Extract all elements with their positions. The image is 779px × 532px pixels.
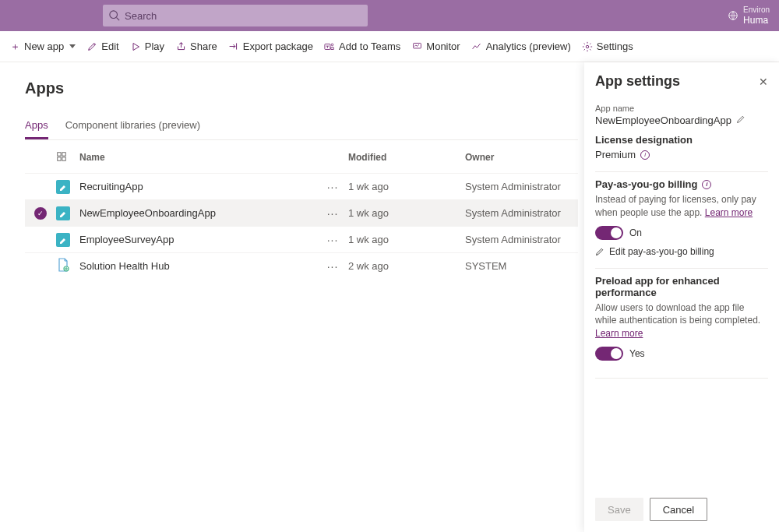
add-to-teams-button[interactable]: Add to Teams bbox=[324, 41, 400, 52]
canvas-app-icon bbox=[56, 233, 70, 247]
panel-title: App settings bbox=[595, 73, 680, 90]
tab-component-libraries[interactable]: Component libraries (preview) bbox=[65, 115, 200, 139]
row-more-button[interactable]: ··· bbox=[317, 207, 348, 220]
export-package-button[interactable]: Export package bbox=[228, 41, 313, 52]
table-row[interactable]: EmployeeSurveyApp···1 wk agoSystem Admin… bbox=[25, 226, 578, 252]
modified-cell: 1 wk ago bbox=[348, 207, 465, 219]
modified-cell: 1 wk ago bbox=[348, 234, 465, 245]
app-name-cell[interactable]: Solution Health Hub bbox=[79, 260, 317, 272]
preload-toggle-label: Yes bbox=[629, 348, 645, 359]
svg-rect-7 bbox=[58, 157, 61, 160]
edit-app-name-button[interactable] bbox=[736, 115, 746, 126]
payg-toggle-label: On bbox=[629, 227, 642, 238]
preload-description: Allow users to download the app file whi… bbox=[595, 301, 768, 340]
search-box[interactable] bbox=[103, 5, 368, 26]
svg-rect-5 bbox=[58, 152, 61, 155]
top-bar: Environ Huma bbox=[0, 0, 779, 31]
save-button[interactable]: Save bbox=[595, 498, 643, 521]
preload-title: Preload app for enhanced performance bbox=[595, 275, 768, 298]
app-name-label: App name bbox=[595, 104, 768, 113]
pencil-icon bbox=[86, 41, 97, 52]
env-label-caption: Environ bbox=[743, 5, 770, 15]
col-modified-header[interactable]: Modified bbox=[348, 152, 465, 163]
environment-picker[interactable]: Environ Huma bbox=[728, 5, 770, 26]
payg-learn-more-link[interactable]: Learn more bbox=[705, 207, 753, 218]
play-icon bbox=[130, 41, 141, 52]
col-name-header[interactable]: Name bbox=[79, 152, 317, 163]
model-app-icon bbox=[56, 258, 79, 274]
apps-table: Name Modified Owner RecruitingApp···1 wk… bbox=[25, 142, 578, 279]
row-more-button[interactable]: ··· bbox=[317, 234, 348, 246]
app-name-cell[interactable]: RecruitingApp bbox=[79, 181, 317, 192]
app-name-cell[interactable]: NewEmployeeOnboardingApp bbox=[79, 207, 317, 219]
col-owner-header[interactable]: Owner bbox=[465, 152, 578, 163]
view-options-icon[interactable] bbox=[56, 151, 79, 164]
info-icon[interactable]: i bbox=[702, 180, 711, 189]
canvas-app-icon bbox=[56, 180, 70, 194]
page-title: Apps bbox=[25, 79, 578, 97]
owner-cell: SYSTEM bbox=[465, 260, 578, 272]
owner-cell: System Administrator bbox=[465, 207, 578, 219]
row-more-button[interactable]: ··· bbox=[317, 260, 348, 273]
owner-cell: System Administrator bbox=[465, 181, 578, 192]
svg-rect-3 bbox=[413, 43, 421, 48]
edit-button[interactable]: Edit bbox=[86, 41, 118, 52]
close-panel-button[interactable]: ✕ bbox=[759, 76, 768, 88]
tab-apps[interactable]: Apps bbox=[25, 115, 48, 139]
canvas-app-icon bbox=[56, 206, 70, 220]
modified-cell: 1 wk ago bbox=[348, 181, 465, 192]
preload-toggle[interactable] bbox=[595, 347, 623, 361]
edit-payg-button[interactable]: Edit pay-as-you-go billing bbox=[595, 246, 768, 257]
table-row[interactable]: RecruitingApp···1 wk agoSystem Administr… bbox=[25, 173, 578, 199]
analytics-button[interactable]: Analytics (preview) bbox=[471, 41, 571, 52]
svg-rect-6 bbox=[62, 152, 65, 155]
payg-description: Instead of paying for licenses, only pay… bbox=[595, 193, 768, 220]
svg-rect-8 bbox=[62, 157, 65, 160]
command-bar: ＋New app Edit Play Share Export package … bbox=[0, 31, 779, 62]
analytics-icon bbox=[471, 41, 482, 52]
play-button[interactable]: Play bbox=[130, 41, 164, 52]
license-designation-label: License designation bbox=[595, 134, 768, 146]
table-row[interactable]: Solution Health Hub···2 wk agoSYSTEM bbox=[25, 252, 578, 279]
share-button[interactable]: Share bbox=[175, 41, 217, 52]
svg-point-2 bbox=[331, 44, 333, 46]
new-app-button[interactable]: ＋New app bbox=[9, 41, 76, 52]
app-name-value: NewEmployeeOnboardingApp bbox=[595, 115, 731, 126]
plus-icon: ＋ bbox=[9, 41, 20, 52]
gear-icon bbox=[582, 41, 593, 52]
payg-toggle[interactable] bbox=[595, 226, 623, 240]
export-icon bbox=[228, 41, 239, 52]
teams-icon bbox=[324, 41, 335, 52]
svg-point-4 bbox=[586, 45, 589, 48]
env-label-name: Huma bbox=[743, 15, 770, 26]
monitor-icon bbox=[411, 41, 422, 52]
license-designation-value: Premium bbox=[595, 149, 636, 160]
environment-icon bbox=[728, 10, 738, 21]
table-header: Name Modified Owner bbox=[25, 142, 578, 173]
app-settings-panel: App settings ✕ App name NewEmployeeOnboa… bbox=[584, 62, 779, 532]
row-more-button[interactable]: ··· bbox=[317, 181, 348, 193]
modified-cell: 2 wk ago bbox=[348, 260, 465, 272]
owner-cell: System Administrator bbox=[465, 234, 578, 245]
search-icon bbox=[109, 10, 120, 21]
pencil-icon bbox=[595, 247, 605, 256]
share-icon bbox=[175, 41, 186, 52]
cancel-button[interactable]: Cancel bbox=[650, 498, 707, 521]
table-row[interactable]: ✓NewEmployeeOnboardingApp···1 wk agoSyst… bbox=[25, 199, 578, 226]
payg-title: Pay-as-you-go billing bbox=[595, 178, 697, 190]
settings-button[interactable]: Settings bbox=[582, 41, 633, 52]
preload-learn-more-link[interactable]: Learn more bbox=[595, 328, 643, 339]
app-name-cell[interactable]: EmployeeSurveyApp bbox=[79, 234, 317, 245]
tabs: Apps Component libraries (preview) bbox=[25, 115, 578, 140]
monitor-button[interactable]: Monitor bbox=[411, 41, 460, 52]
info-icon[interactable]: i bbox=[640, 150, 650, 160]
search-input[interactable] bbox=[125, 10, 361, 22]
selected-check-icon: ✓ bbox=[34, 207, 47, 220]
